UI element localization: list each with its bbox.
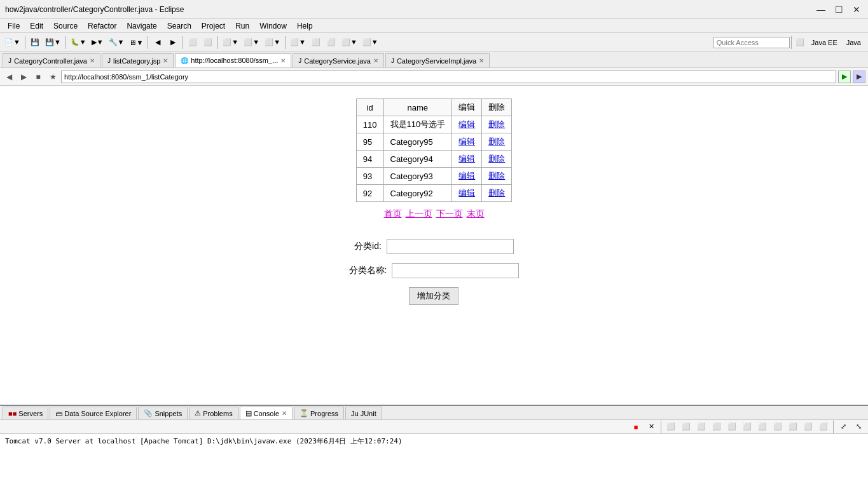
- misc-button-5[interactable]: ⬜: [309, 36, 323, 50]
- misc-button-6[interactable]: ⬜: [324, 36, 338, 50]
- edit-link-0[interactable]: 编辑: [458, 119, 475, 129]
- prev-edit-button[interactable]: ◀: [151, 36, 165, 50]
- favorites-button[interactable]: ★: [46, 71, 59, 83]
- category-id-input[interactable]: [387, 239, 514, 254]
- delete-link-1[interactable]: 删除: [488, 137, 505, 146]
- cell-id-3: 93: [356, 168, 383, 185]
- go-button[interactable]: ▶: [838, 71, 851, 83]
- delete-link-0[interactable]: 删除: [488, 119, 505, 129]
- url-input[interactable]: http://localhost:8080/ssm_1/listCategory: [61, 71, 836, 83]
- menu-run[interactable]: Run: [230, 20, 254, 32]
- back-button[interactable]: ◀: [3, 71, 15, 83]
- menu-refactor[interactable]: Refactor: [83, 20, 121, 32]
- prev-page-link[interactable]: 上一页: [406, 208, 432, 220]
- console-btn-2[interactable]: ✕: [644, 420, 658, 434]
- misc-button-1[interactable]: ⬜▼: [221, 36, 240, 50]
- table-body: 110 我是110号选手 编辑 删除 95 Category95 编辑 删除 9…: [356, 116, 511, 202]
- quick-access-input[interactable]: [713, 37, 790, 48]
- next-edit-button[interactable]: ▶: [166, 36, 180, 50]
- tab-close-5[interactable]: ✕: [479, 57, 484, 64]
- perspective-button[interactable]: ⬜: [793, 36, 807, 50]
- console-sep-2: [833, 421, 834, 433]
- tab-category-service-impl[interactable]: J CategoryServiceImpl.java ✕: [385, 53, 490, 67]
- tab-browser[interactable]: 🌐 http://localhost:8080/ssm_... ✕: [175, 53, 291, 67]
- edit-link-1[interactable]: 编辑: [458, 137, 475, 146]
- delete-link-3[interactable]: 删除: [488, 171, 505, 180]
- edit-link-4[interactable]: 编辑: [458, 188, 475, 198]
- console-minimize-btn[interactable]: ⤡: [851, 420, 865, 434]
- console-btn-8[interactable]: ⬜: [740, 420, 754, 434]
- tab-category-controller[interactable]: J CategoryController.java ✕: [3, 53, 100, 67]
- misc-button-2[interactable]: ⬜▼: [242, 36, 261, 50]
- java-button[interactable]: Java: [842, 36, 865, 50]
- console-btn-11[interactable]: ⬜: [786, 420, 800, 434]
- bottom-tab-snippets[interactable]: 📎 Snippets: [138, 407, 188, 419]
- edit-link-2[interactable]: 编辑: [458, 154, 475, 163]
- ext-tools-button[interactable]: 🔧▼: [107, 36, 127, 50]
- delete-link-2[interactable]: 删除: [488, 154, 505, 163]
- menu-file[interactable]: File: [3, 20, 25, 32]
- menu-edit[interactable]: Edit: [25, 20, 48, 32]
- bottom-tab-datasource[interactable]: 🗃 Data Source Explorer: [50, 407, 137, 419]
- console-btn-4[interactable]: ⬜: [679, 420, 693, 434]
- tab-list-category-jsp[interactable]: J listCategory.jsp ✕: [102, 53, 174, 67]
- console-btn-13[interactable]: ⬜: [816, 420, 830, 434]
- console-stop-btn[interactable]: ■: [629, 420, 643, 434]
- run-button[interactable]: ▶▼: [90, 36, 106, 50]
- menu-navigate[interactable]: Navigate: [121, 20, 162, 32]
- edit-link-3[interactable]: 编辑: [458, 171, 475, 180]
- console-btn-6[interactable]: ⬜: [710, 420, 724, 434]
- menu-help[interactable]: Help: [292, 20, 318, 32]
- debug-button[interactable]: 🐛▼: [69, 36, 88, 50]
- console-close[interactable]: ✕: [282, 410, 287, 417]
- category-name-input[interactable]: [392, 263, 519, 278]
- open-type-button[interactable]: ⬜: [186, 36, 200, 50]
- misc-button-8[interactable]: ⬜▼: [361, 36, 380, 50]
- stop-button[interactable]: ■: [32, 71, 45, 83]
- open-res-button[interactable]: ⬜: [201, 36, 215, 50]
- bottom-tab-servers[interactable]: ■■ Servers: [3, 407, 48, 419]
- forward-button[interactable]: ▶: [17, 71, 30, 83]
- misc-button-4[interactable]: ⬜▼: [288, 36, 308, 50]
- name-label: 分类名称:: [349, 265, 387, 276]
- server-button[interactable]: 🖥▼: [127, 36, 145, 50]
- console-btn-12[interactable]: ⬜: [801, 420, 815, 434]
- new-button[interactable]: 📄▼: [3, 36, 22, 50]
- console-btn-9[interactable]: ⬜: [755, 420, 769, 434]
- add-category-button[interactable]: 增加分类: [409, 287, 458, 305]
- tab-close-3[interactable]: ✕: [280, 57, 286, 64]
- menu-search[interactable]: Search: [162, 20, 196, 32]
- maximize-button[interactable]: ☐: [832, 3, 845, 16]
- menu-source[interactable]: Source: [48, 20, 83, 32]
- next-page-link[interactable]: 下一页: [436, 208, 463, 220]
- save-button[interactable]: 💾: [28, 36, 42, 50]
- tab-close-2[interactable]: ✕: [163, 57, 168, 64]
- tab-close-1[interactable]: ✕: [90, 57, 95, 64]
- menu-project[interactable]: Project: [196, 20, 230, 32]
- delete-link-4[interactable]: 删除: [488, 188, 505, 198]
- bottom-tab-problems[interactable]: ⚠ Problems: [189, 407, 238, 419]
- console-btn-5[interactable]: ⬜: [694, 420, 708, 434]
- save-all-button[interactable]: 💾▼: [43, 36, 63, 50]
- misc-button-3[interactable]: ⬜▼: [263, 36, 282, 50]
- tab-category-service[interactable]: J CategoryService.java ✕: [293, 53, 384, 67]
- last-page-link[interactable]: 末页: [467, 208, 485, 220]
- minimize-button[interactable]: —: [815, 3, 827, 16]
- console-btn-7[interactable]: ⬜: [725, 420, 739, 434]
- console-btn-3[interactable]: ⬜: [664, 420, 678, 434]
- junit-label: JUnit: [361, 410, 376, 417]
- bottom-tab-progress[interactable]: ⏳ Progress: [294, 407, 344, 419]
- console-btn-10[interactable]: ⬜: [771, 420, 785, 434]
- misc-button-7[interactable]: ⬜▼: [340, 36, 359, 50]
- bottom-tab-console[interactable]: ▤ Console ✕: [240, 407, 293, 419]
- java-ee-button[interactable]: Java EE: [807, 36, 842, 50]
- first-page-link[interactable]: 首页: [384, 208, 402, 220]
- cell-delete-0: 删除: [482, 116, 512, 133]
- bottom-tab-junit[interactable]: Ju JUnit: [345, 407, 382, 419]
- menu-window[interactable]: Window: [254, 20, 292, 32]
- nav-arrow-button[interactable]: ▶: [853, 71, 865, 83]
- console-expand-btn[interactable]: ⤢: [836, 420, 850, 434]
- cell-id-4: 92: [356, 185, 383, 202]
- close-button[interactable]: ✕: [850, 3, 863, 16]
- tab-close-4[interactable]: ✕: [373, 57, 378, 64]
